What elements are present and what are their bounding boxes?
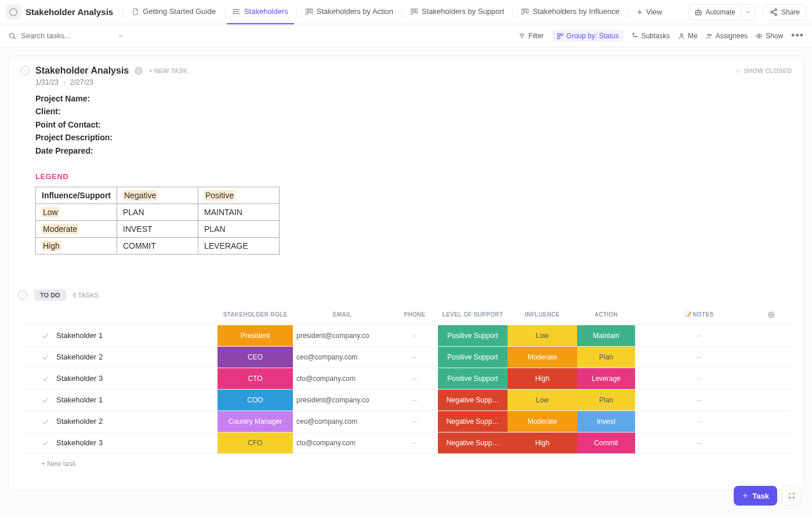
email-cell[interactable]: cto@company.com — [293, 433, 392, 453]
support-cell[interactable]: Negative Supp… — [438, 411, 507, 432]
info-icon[interactable]: i — [135, 67, 143, 75]
influence-cell[interactable]: Moderate — [507, 347, 577, 368]
task-name-cell[interactable]: Stakeholder 2 — [20, 411, 217, 432]
email-cell[interactable]: ceo@company.com — [293, 411, 392, 432]
influence-cell[interactable]: Low — [507, 390, 577, 410]
chevron-down-icon[interactable] — [117, 32, 124, 39]
add-view-button[interactable]: View — [630, 8, 668, 16]
legend-table: Influence/Support Negative Positive Low … — [35, 187, 280, 255]
task-row[interactable]: Stakeholder 3CFOcto@company.com–Negative… — [20, 432, 792, 454]
influence-cell[interactable]: High — [507, 368, 577, 389]
phone-cell[interactable]: – — [392, 411, 438, 432]
role-cell[interactable]: CTO — [217, 368, 293, 389]
task-name-cell[interactable]: Stakeholder 3 — [20, 433, 217, 453]
phone-cell[interactable]: – — [392, 325, 438, 346]
support-cell[interactable]: Negative Supp… — [438, 390, 507, 410]
influence-cell[interactable]: High — [507, 433, 577, 453]
task-row[interactable]: Stakeholder 1Presidentpresident@company.… — [20, 325, 792, 346]
assignees-button[interactable]: Assignees — [706, 32, 748, 40]
col-notes[interactable]: 📝NOTES — [635, 309, 763, 320]
notes-cell[interactable]: – — [635, 368, 763, 389]
role-cell[interactable]: President — [217, 325, 293, 346]
action-cell[interactable]: Maintain — [577, 325, 635, 346]
task-name-cell[interactable]: Stakeholder 2 — [20, 347, 217, 368]
support-cell[interactable]: Positive Support — [438, 325, 507, 346]
email-cell[interactable]: president@company.co — [293, 325, 392, 346]
col-email[interactable]: EMAIL — [293, 309, 392, 320]
svg-rect-34 — [557, 37, 560, 39]
field-project-name: Project Name: — [35, 92, 792, 105]
task-row[interactable]: Stakeholder 2CEOceo@company.com–Positive… — [20, 346, 792, 368]
board-icon — [305, 8, 313, 16]
phone-cell[interactable]: – — [392, 347, 438, 368]
email-cell[interactable]: president@company.co — [293, 390, 392, 410]
groupby-button[interactable]: Group by: Status — [552, 30, 624, 42]
col-action[interactable]: ACTION — [577, 309, 635, 320]
support-cell[interactable]: Positive Support — [438, 368, 507, 389]
group-collapse-toggle[interactable] — [18, 290, 27, 300]
task-row[interactable]: Stakeholder 3CTOcto@company.com–Positive… — [20, 368, 792, 389]
more-menu[interactable]: ••• — [791, 30, 804, 42]
notes-cell[interactable]: – — [635, 390, 763, 410]
action-cell[interactable]: Invest — [577, 411, 635, 432]
task-name-cell[interactable]: Stakeholder 3 — [20, 368, 217, 389]
add-column-button[interactable]: ⊕ — [763, 307, 780, 322]
notes-cell[interactable]: – — [635, 433, 763, 453]
support-cell[interactable]: Negative Supp… — [438, 433, 507, 453]
action-cell[interactable]: Commit — [577, 433, 635, 453]
legend-cell: INVEST — [117, 220, 198, 237]
tab-by-influence[interactable]: Stakeholders by Influence — [515, 0, 625, 24]
automate-button[interactable]: Automate — [688, 4, 741, 20]
col-role[interactable]: STAKEHOLDER ROLE — [217, 309, 293, 320]
task-row[interactable]: Stakeholder 2Country Managerceo@company.… — [20, 410, 792, 432]
support-cell[interactable]: Positive Support — [438, 347, 507, 368]
notes-cell[interactable]: – — [635, 325, 763, 346]
space-icon[interactable] — [6, 5, 21, 20]
apps-button[interactable] — [782, 486, 802, 506]
field-date-prepared: Date Prepared: — [35, 144, 792, 157]
list-title: Stakeholder Analysis — [35, 66, 129, 76]
tab-stakeholders[interactable]: Stakeholders — [227, 0, 294, 24]
new-task-button[interactable]: + NEW TASK — [148, 67, 187, 74]
action-cell[interactable]: Leverage — [577, 368, 635, 389]
task-name-cell[interactable]: Stakeholder 1 — [20, 390, 217, 410]
list-description: 1/31/23 › 2/27/23 Project Name: Client: … — [20, 78, 792, 255]
notes-cell[interactable]: – — [635, 411, 763, 432]
me-button[interactable]: Me — [678, 32, 698, 40]
new-task-row[interactable]: + New task — [20, 454, 792, 468]
influence-cell[interactable]: Low — [507, 325, 577, 346]
email-cell[interactable]: cto@company.com — [293, 368, 392, 389]
col-phone[interactable]: PHONE — [392, 309, 438, 320]
new-task-fab[interactable]: Task — [734, 486, 777, 506]
role-cell[interactable]: COO — [217, 390, 293, 410]
phone-cell[interactable]: – — [392, 433, 438, 453]
action-cell[interactable]: Plan — [577, 347, 635, 368]
task-row[interactable]: Stakeholder 1COOpresident@company.co–Neg… — [20, 389, 792, 410]
show-closed-toggle[interactable]: SHOW CLOSED — [734, 67, 792, 74]
share-button[interactable]: Share — [763, 4, 806, 20]
subtasks-button[interactable]: Subtasks — [632, 32, 670, 40]
phone-cell[interactable]: – — [392, 368, 438, 389]
role-cell[interactable]: CFO — [217, 433, 293, 453]
action-cell[interactable]: Plan — [577, 390, 635, 410]
tab-by-support[interactable]: Stakeholders by Support — [404, 0, 510, 24]
tab-by-action[interactable]: Stakeholders by Action — [299, 0, 399, 24]
role-cell[interactable]: Country Manager — [217, 411, 293, 432]
search-box[interactable] — [8, 31, 124, 40]
status-name[interactable]: TO DO — [34, 289, 66, 301]
automate-dropdown[interactable] — [741, 4, 755, 20]
show-button[interactable]: Show — [756, 32, 783, 40]
notes-cell[interactable]: – — [635, 347, 763, 368]
phone-cell[interactable]: – — [392, 390, 438, 410]
tab-getting-started[interactable]: Getting Started Guide — [125, 0, 222, 24]
task-name-cell[interactable]: Stakeholder 1 — [20, 325, 217, 346]
collapse-toggle[interactable] — [20, 66, 30, 75]
email-cell[interactable]: ceo@company.com — [293, 347, 392, 368]
col-support[interactable]: LEVEL OF SUPPORT — [438, 309, 507, 320]
svg-point-5 — [234, 11, 234, 12]
search-input[interactable] — [21, 31, 108, 40]
filter-button[interactable]: Filter — [519, 32, 544, 40]
role-cell[interactable]: CEO — [217, 347, 293, 368]
col-influence[interactable]: INFLUENCE — [507, 309, 577, 320]
influence-cell[interactable]: Moderate — [507, 411, 577, 432]
